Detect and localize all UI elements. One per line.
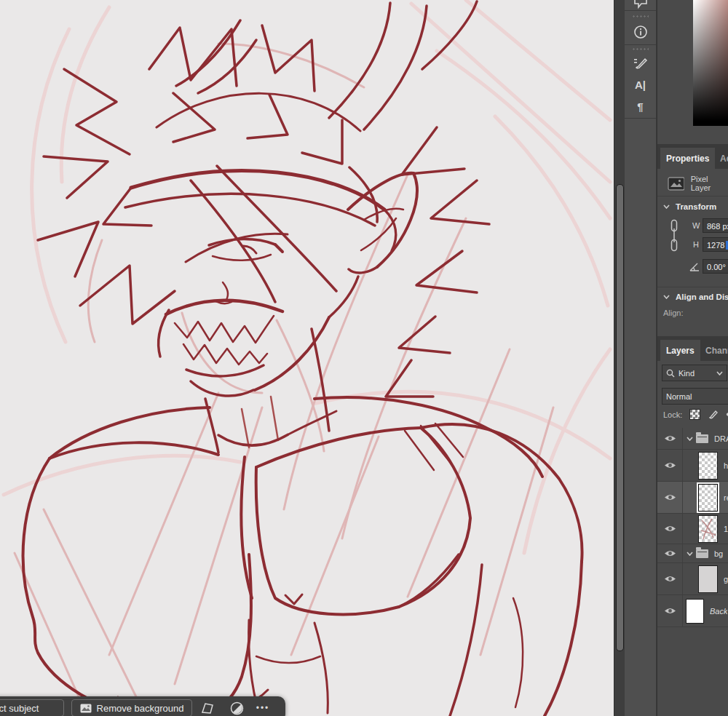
- eye-icon: [664, 607, 676, 615]
- layer-thumbnail[interactable]: [698, 515, 718, 543]
- transform-icon: [200, 701, 215, 715]
- layer-group-row[interactable]: DRA: [657, 428, 728, 450]
- comment-icon: [633, 0, 648, 10]
- layer-name[interactable]: re: [724, 493, 728, 502]
- filter-kind-dropdown[interactable]: Kind: [662, 365, 727, 381]
- character-panel-button[interactable]: A|: [625, 76, 656, 95]
- panel-grip[interactable]: [632, 48, 649, 50]
- eye-icon: [664, 493, 676, 501]
- link-dimensions-icon[interactable]: [669, 219, 679, 252]
- paragraph-panel-button[interactable]: ¶: [625, 98, 656, 116]
- layer-row[interactable]: h: [657, 450, 728, 482]
- layer-thumbnail[interactable]: [686, 599, 704, 624]
- info-panel-button[interactable]: [625, 19, 656, 45]
- chevron-down-icon[interactable]: [687, 437, 692, 440]
- layer-thumbnail[interactable]: [698, 565, 718, 593]
- select-subject-button[interactable]: Select subject: [0, 699, 64, 716]
- layer-row-background[interactable]: Back: [657, 595, 728, 627]
- type-panel-group: A| ¶: [625, 52, 656, 119]
- transform-button[interactable]: [197, 699, 218, 716]
- eye-icon: [664, 525, 676, 533]
- transform-header[interactable]: Transform: [663, 202, 716, 211]
- lock-pixels-icon[interactable]: [708, 409, 719, 420]
- eye-icon: [664, 549, 676, 557]
- visibility-toggle[interactable]: [657, 544, 683, 562]
- visibility-toggle[interactable]: [657, 428, 683, 449]
- tab-properties[interactable]: Properties: [660, 148, 715, 169]
- layer-name[interactable]: Back: [710, 607, 727, 616]
- chevron-down-icon: [664, 295, 669, 298]
- character-sketch: [0, 0, 614, 716]
- w-label: W: [692, 221, 700, 230]
- comment-panel-button[interactable]: [625, 0, 656, 11]
- folder-icon: [696, 434, 708, 443]
- layer-type-row: Pixel Layer: [668, 175, 728, 192]
- layer-row-selected[interactable]: re: [657, 482, 728, 514]
- width-field[interactable]: 868 px: [703, 218, 728, 233]
- panel-grip[interactable]: [632, 15, 649, 17]
- right-panel: Properties Adj Pixel Layer Transform W 8…: [657, 0, 728, 716]
- layer-type-label: Pixel Layer: [691, 175, 728, 192]
- eye-icon: [664, 461, 676, 469]
- scrollbar-thumb[interactable]: [616, 184, 624, 651]
- layer-name[interactable]: bg: [714, 549, 723, 558]
- adjustment-button[interactable]: [226, 699, 248, 716]
- visibility-toggle[interactable]: [657, 563, 683, 594]
- layer-row[interactable]: 1: [657, 514, 728, 544]
- properties-tabbar: Properties Adj: [657, 144, 728, 169]
- layer-row[interactable]: g: [657, 563, 728, 595]
- adjustment-icon: [230, 701, 244, 715]
- contextual-task-bar: Select subject Remove background •••: [0, 696, 285, 716]
- pixel-layer-icon: [668, 177, 684, 191]
- chevron-down-icon: [717, 372, 722, 375]
- panel-icon-rail: A| ¶: [625, 0, 657, 716]
- angle-icon: [689, 262, 700, 271]
- character-icon: A|: [635, 79, 646, 91]
- visibility-toggle[interactable]: [657, 450, 683, 481]
- height-field[interactable]: 1278: [703, 237, 728, 252]
- info-icon: [633, 25, 648, 39]
- layer-group-row[interactable]: bg: [657, 544, 728, 563]
- ellipsis-icon: •••: [256, 703, 270, 713]
- brush-settings-icon: [633, 56, 649, 71]
- visibility-toggle[interactable]: [657, 595, 683, 626]
- layer-name[interactable]: g: [724, 575, 728, 584]
- h-label: H: [693, 240, 699, 249]
- blend-mode-dropdown[interactable]: Normal: [662, 388, 728, 405]
- visibility-toggle[interactable]: [657, 514, 683, 544]
- lock-label: Lock:: [663, 410, 682, 419]
- eye-icon: [664, 575, 676, 583]
- chevron-down-icon: [664, 205, 669, 208]
- vertical-scrollbar[interactable]: [614, 0, 625, 716]
- chevron-down-icon[interactable]: [687, 552, 692, 555]
- visibility-toggle[interactable]: [657, 482, 683, 513]
- search-icon: [666, 369, 675, 378]
- align-label: Align:: [663, 309, 684, 317]
- layers-tabbar: Layers Channe: [657, 336, 728, 361]
- paragraph-icon: ¶: [637, 100, 643, 113]
- align-header[interactable]: Align and Dis: [663, 293, 728, 301]
- tab-adjustments[interactable]: Adj: [720, 148, 728, 169]
- color-picker-gradient[interactable]: [693, 0, 728, 126]
- remove-background-button[interactable]: Remove background: [71, 699, 192, 716]
- layer-thumbnail[interactable]: [698, 484, 718, 512]
- layer-thumbnail[interactable]: [698, 452, 718, 480]
- lock-transparency-icon[interactable]: [689, 409, 700, 420]
- layer-name[interactable]: DRA: [714, 434, 728, 443]
- eye-icon: [664, 434, 676, 442]
- tab-layers[interactable]: Layers: [660, 340, 700, 361]
- document-canvas[interactable]: [0, 0, 614, 716]
- image-icon: [80, 704, 92, 713]
- more-options-button[interactable]: •••: [252, 699, 274, 716]
- layer-name[interactable]: 1: [724, 525, 728, 533]
- folder-icon: [696, 549, 708, 558]
- tab-channels[interactable]: Channe: [705, 340, 728, 361]
- brush-settings-button[interactable]: [625, 54, 656, 73]
- lock-row: Lock:: [663, 409, 728, 420]
- angle-field[interactable]: 0.00°: [703, 259, 728, 274]
- layer-name[interactable]: h: [724, 461, 728, 470]
